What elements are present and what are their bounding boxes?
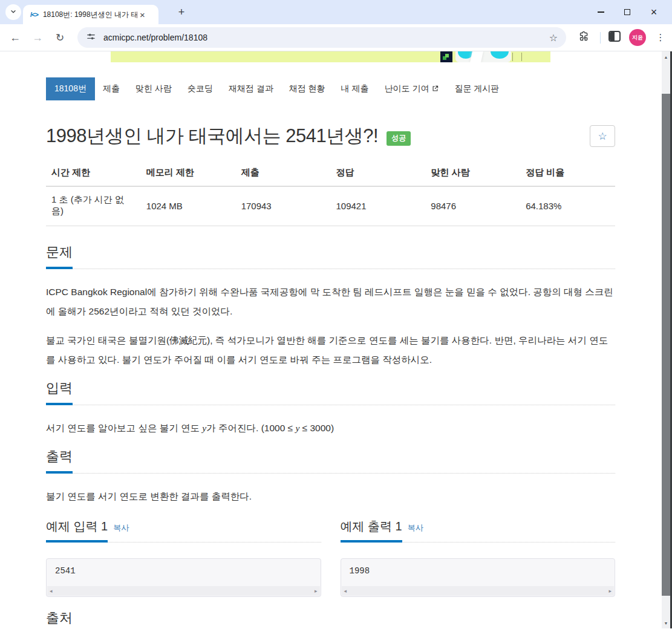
tab-judge-status[interactable]: 채점 현황 <box>281 77 333 100</box>
window-controls: × <box>587 0 667 24</box>
bookmark-star-icon[interactable]: ☆ <box>549 32 558 44</box>
problem-info-table: 시간 제한 메모리 제한 제출 정답 맞힌 사람 정답 비율 1 초 (추가 시… <box>46 162 615 226</box>
ad-logo-image <box>440 51 452 62</box>
profile-avatar[interactable]: 지윤 <box>629 29 646 46</box>
url-text: acmicpc.net/problem/18108 <box>103 33 549 42</box>
time-limit-value: 1 초 (추가 시간 없음) <box>46 186 141 226</box>
new-tab-button[interactable]: + <box>174 5 189 19</box>
maximize-icon <box>624 9 630 15</box>
browser-menu-button[interactable]: ⋮ <box>654 30 667 45</box>
sample-output-scrollbar[interactable]: ◂ ▸ <box>342 586 615 596</box>
star-icon: ☆ <box>598 130 607 143</box>
col-accepted: 정답 <box>330 162 425 186</box>
col-submissions: 제출 <box>236 162 331 186</box>
close-tab-icon[interactable]: × <box>140 10 145 19</box>
scroll-right-icon[interactable]: ▸ <box>608 588 612 594</box>
status-badge: 성공 <box>387 131 411 146</box>
sample-output-heading: 예제 출력 1 <box>341 518 402 543</box>
scroll-left-icon[interactable]: ◂ <box>344 588 347 594</box>
section-source-headline: 출처 <box>46 609 615 628</box>
scrollbar-thumb[interactable] <box>662 94 670 596</box>
maximize-button[interactable] <box>614 0 641 24</box>
scroll-up-icon[interactable]: ▲ <box>662 53 670 61</box>
table-row: 1 초 (추가 시간 없음) 1024 MB 170943 109421 984… <box>46 186 615 226</box>
memory-limit-value: 1024 MB <box>141 186 236 226</box>
address-bar[interactable]: acmicpc.net/problem/18108 ☆ <box>77 27 566 48</box>
tab-short-coding[interactable]: 숏코딩 <box>180 77 221 100</box>
sample-output-headline: 예제 출력 1복사 <box>341 518 616 543</box>
chevron-down-icon <box>10 7 17 18</box>
samples-section: 예제 입력 1복사 2541 ◂ ▸ 예제 출력 1복사 1998 <box>46 518 615 597</box>
tab-problem-number[interactable]: 18108번 <box>46 77 95 100</box>
col-solvers: 맞힌 사람 <box>425 162 520 186</box>
forward-button[interactable]: → <box>30 30 45 45</box>
favorite-problem-button[interactable]: ☆ <box>590 125 615 147</box>
section-input-heading: 입력 <box>46 379 73 405</box>
reload-button[interactable]: ↻ <box>52 30 68 45</box>
tab-submit[interactable]: 제출 <box>95 77 128 100</box>
ad-divider <box>512 53 513 61</box>
sample-output-text: 1998 <box>341 559 615 583</box>
sample-input-box: 2541 ◂ ▸ <box>46 558 321 597</box>
browser-tab[interactable]: /<> 18108번: 1998년생인 내가 태국 × <box>23 5 158 24</box>
minimize-icon <box>598 11 604 13</box>
copy-sample-input-link[interactable]: 복사 <box>113 523 129 532</box>
ad-graphic-image <box>455 51 511 62</box>
problem-paragraph-2: 불교 국가인 태국은 불멸기원(佛滅紀元), 즉 석가모니가 열반한 해를 기준… <box>46 331 615 370</box>
close-window-icon: × <box>651 7 657 18</box>
scroll-right-icon[interactable]: ▸ <box>315 588 318 594</box>
section-output-headline: 출력 <box>46 448 615 474</box>
scroll-down-icon[interactable]: ▼ <box>662 619 670 627</box>
extensions-button[interactable] <box>576 30 592 45</box>
page-content: 18108번 제출 맞힌 사람 숏코딩 재채점 결과 채점 현황 내 제출 난이… <box>0 51 672 628</box>
col-ratio: 정답 비율 <box>520 162 615 186</box>
minimize-button[interactable] <box>587 0 614 24</box>
section-problem-headline: 문제 <box>46 243 615 269</box>
copy-sample-output-link[interactable]: 복사 <box>408 523 423 532</box>
section-input-headline: 입력 <box>46 379 615 405</box>
toolbar-separator <box>600 32 601 44</box>
tab-difficulty-vote[interactable]: 난이도 기여 <box>377 77 447 100</box>
sample-input-scrollbar[interactable]: ◂ ▸ <box>47 586 320 596</box>
solvers-value: 98476 <box>425 186 520 226</box>
tab-my-submissions[interactable]: 내 제출 <box>333 77 377 100</box>
accepted-value: 109421 <box>330 186 425 226</box>
page-title: 1998년생인 내가 태국에서는 2541년생?! <box>46 123 378 149</box>
browser-tab-strip: /<> 18108번: 1998년생인 내가 태국 × + × <box>0 0 672 24</box>
browser-toolbar: ← → ↻ acmicpc.net/problem/18108 ☆ 지윤 ⋮ <box>0 24 672 51</box>
site-favicon-icon: /<> <box>30 11 38 18</box>
ad-banner[interactable] <box>111 51 550 62</box>
puzzle-icon <box>578 31 590 45</box>
problem-paragraph-1: ICPC Bangkok Regional에 참가하기 위해 수완나품 국제공항… <box>46 282 615 321</box>
sample-input-heading: 예제 입력 1 <box>46 518 108 543</box>
side-panel-button[interactable] <box>608 31 622 43</box>
input-description: 서기 연도를 알아보고 싶은 불기 연도 y가 주어진다. (1000 ≤ y … <box>46 419 615 438</box>
sample-output-column: 예제 출력 1복사 1998 ◂ ▸ <box>341 518 616 597</box>
tab-title: 18108번: 1998년생인 내가 태국 <box>43 10 137 20</box>
ratio-value: 64.183% <box>520 186 615 226</box>
side-panel-icon <box>608 31 621 42</box>
site-settings-icon[interactable] <box>86 31 96 44</box>
page-scrollbar[interactable]: ▲ ▼ <box>662 51 670 628</box>
title-row: 1998년생인 내가 태국에서는 2541년생?! 성공 ☆ <box>46 123 615 149</box>
tab-solved-users[interactable]: 맞힌 사람 <box>128 77 180 100</box>
col-memory-limit: 메모리 제한 <box>141 162 236 186</box>
output-description: 불기 연도를 서기 연도로 변환한 결과를 출력한다. <box>46 487 615 506</box>
tab-question-board[interactable]: 질문 게시판 <box>446 77 507 100</box>
sample-output-box: 1998 ◂ ▸ <box>341 558 616 597</box>
close-window-button[interactable]: × <box>641 0 667 24</box>
sample-input-headline: 예제 입력 1복사 <box>46 518 321 543</box>
tab-search-button[interactable] <box>5 4 21 20</box>
sample-input-text: 2541 <box>47 559 321 583</box>
col-time-limit: 시간 제한 <box>46 162 141 186</box>
tab-rejudge-result[interactable]: 재채점 결과 <box>221 77 281 100</box>
scroll-left-icon[interactable]: ◂ <box>50 588 53 594</box>
section-output-heading: 출력 <box>46 448 73 474</box>
submissions-value: 170943 <box>236 186 331 226</box>
sample-input-column: 예제 입력 1복사 2541 ◂ ▸ <box>46 518 321 597</box>
ad-divider <box>521 53 522 61</box>
back-button[interactable]: ← <box>7 30 23 45</box>
section-problem-heading: 문제 <box>46 243 73 269</box>
external-link-icon <box>432 85 439 92</box>
problem-menu: 18108번 제출 맞힌 사람 숏코딩 재채점 결과 채점 현황 내 제출 난이… <box>46 77 615 100</box>
